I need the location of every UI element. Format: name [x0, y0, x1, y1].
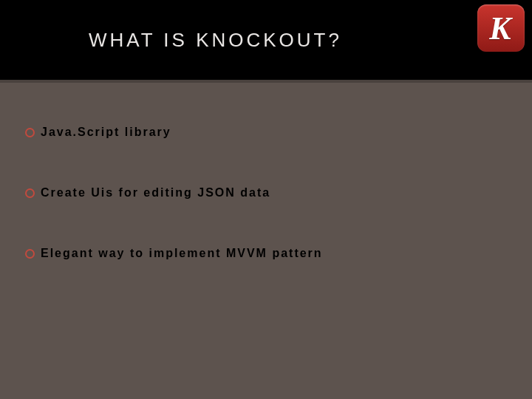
- bullet-text: Java.Script library: [41, 126, 171, 139]
- bullet-text: Elegant way to implement MVVM pattern: [41, 247, 323, 260]
- list-item: Create Uis for editing JSON data: [25, 186, 507, 200]
- slide: WHAT IS KNOCKOUT? K Java.Script library …: [0, 0, 532, 399]
- title-band: WHAT IS KNOCKOUT?: [0, 0, 532, 80]
- list-item: Elegant way to implement MVVM pattern: [25, 247, 507, 260]
- list-item: Java.Script library: [25, 126, 507, 139]
- slide-title: WHAT IS KNOCKOUT?: [89, 29, 342, 52]
- bullet-icon: [25, 249, 35, 259]
- title-divider: [0, 80, 532, 83]
- content-area: Java.Script library Create Uis for editi…: [25, 126, 507, 307]
- bullet-icon: [25, 128, 35, 137]
- knockout-logo: K: [477, 4, 525, 52]
- bullet-text: Create Uis for editing JSON data: [41, 186, 270, 200]
- logo-letter: K: [489, 10, 511, 47]
- bullet-icon: [25, 188, 35, 198]
